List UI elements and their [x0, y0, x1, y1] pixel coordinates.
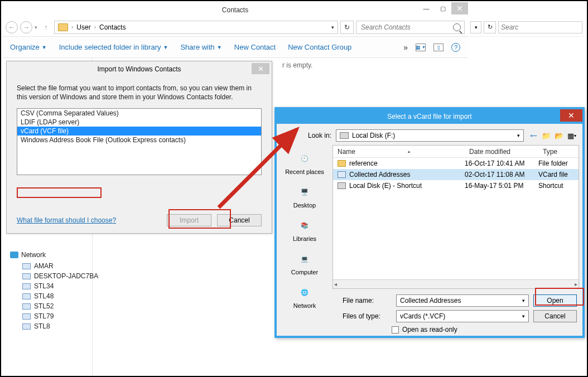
nav-bar: ← → ▾ ↑ › User › Contacts ▾ ↻ [2, 18, 468, 37]
refresh-icon[interactable]: ↻ [484, 21, 496, 33]
filename-label: File name: [343, 297, 392, 304]
toolbar: Organize▼ Include selected folder in lib… [2, 37, 468, 58]
preview-pane-icon[interactable]: ▯ [433, 44, 444, 51]
window-title: Contacts [2, 6, 468, 14]
share-with-menu[interactable]: Share with▼ [180, 43, 221, 51]
open-button[interactable]: Open [533, 294, 577, 307]
dropdown-icon[interactable]: ▾ [470, 21, 481, 33]
computer-icon [22, 283, 31, 289]
filetype-select[interactable]: vCards (*.VCF)▾ [396, 310, 529, 322]
file-row[interactable]: Collected Addresses 02-Oct-17 11:08 AM V… [333, 169, 579, 180]
network-icon [10, 252, 18, 258]
search-box[interactable] [356, 21, 465, 34]
disk-icon [340, 132, 349, 139]
chevron-down-icon: ▾ [517, 133, 520, 138]
chevron-down-icon: ▾ [522, 313, 525, 319]
help-link[interactable]: What file format should I choose? [17, 216, 116, 224]
shortcut-icon [338, 182, 346, 189]
readonly-checkbox[interactable] [392, 326, 399, 334]
column-headers[interactable]: Name▴ Date modified Type [333, 146, 579, 158]
open-dialog-title-bar: Select a vCard file for import ✕ [277, 109, 582, 124]
new-contact-group-button[interactable]: New Contact Group [288, 43, 351, 51]
refresh-button[interactable]: ↻ [340, 21, 354, 34]
title-bar: Contacts — ▢ ✕ [2, 2, 468, 18]
chevron-right-icon: › [71, 24, 73, 30]
search-input-sliver[interactable]: Searc [498, 21, 582, 33]
format-option-csv[interactable]: CSV (Comma Separated Values) [17, 109, 261, 118]
include-in-library-menu[interactable]: Include selected folder in library▼ [59, 43, 168, 51]
close-button[interactable]: ✕ [560, 109, 582, 122]
computer-icon [22, 313, 31, 320]
breadcrumb-contacts[interactable]: Contacts [99, 23, 126, 31]
import-dialog: Import to Windows Contacts ✕ Select the … [6, 61, 272, 234]
filetype-label: Files of type: [343, 312, 392, 320]
open-file-dialog: Select a vCard file for import ✕ Look in… [274, 107, 585, 338]
history-dropdown-icon[interactable]: ▾ [35, 25, 37, 30]
more-options-icon[interactable]: » [403, 43, 408, 52]
place-libraries[interactable]: 📚Libraries [277, 214, 332, 248]
file-list[interactable]: Name▴ Date modified Type reference 16-Oc… [332, 145, 579, 289]
network-computer-item[interactable]: STL52 [10, 301, 98, 311]
network-computer-item[interactable]: STL79 [10, 311, 98, 321]
vcard-icon [338, 171, 346, 178]
file-row[interactable]: Local Disk (E) - Shortcut 16-May-17 5:01… [333, 180, 579, 191]
column-type[interactable]: Type [538, 148, 579, 156]
place-computer[interactable]: 💻Computer [277, 248, 332, 281]
format-option-ldif[interactable]: LDIF (LDAP server) [17, 118, 261, 127]
view-options-icon[interactable]: ▦▼ [416, 44, 426, 51]
network-tree: Network AMAR DESKTOP-JADC7BA STL34 STL48… [10, 251, 98, 331]
network-header[interactable]: Network [10, 251, 98, 259]
computer-icon [22, 273, 31, 279]
network-computer-item[interactable]: AMAR [10, 261, 98, 271]
import-button[interactable]: Import [167, 214, 211, 226]
view-menu-icon[interactable]: ▦▾ [567, 130, 577, 141]
up-folder-icon[interactable]: 📁 [541, 130, 551, 141]
forward-button[interactable]: → [20, 21, 32, 33]
help-icon[interactable]: ? [451, 43, 460, 52]
empty-folder-hint: r is empty. [282, 61, 312, 69]
file-row[interactable]: reference 16-Oct-17 10:41 AM File folder [333, 158, 579, 169]
chevron-down-icon[interactable]: ▾ [331, 25, 334, 30]
network-computer-item[interactable]: STL48 [10, 291, 98, 301]
new-contact-button[interactable]: New Contact [234, 43, 276, 51]
breadcrumb-user[interactable]: User [76, 23, 90, 31]
format-list[interactable]: CSV (Comma Separated Values) LDIF (LDAP … [17, 108, 262, 175]
network-computer-item[interactable]: DESKTOP-JADC7BA [10, 271, 98, 281]
network-computer-item[interactable]: STL34 [10, 281, 98, 291]
column-date[interactable]: Date modified [465, 148, 538, 156]
places-bar: 🕘Recent places 🖥️Desktop 📚Libraries 💻Com… [277, 145, 332, 289]
import-dialog-title: Import to Windows Contacts [97, 65, 181, 73]
readonly-label: Open as read-only [402, 326, 457, 334]
place-network[interactable]: 🌐Network [277, 281, 332, 315]
open-dialog-title: Select a vCard file for import [387, 113, 471, 120]
look-in-label: Look in: [282, 132, 331, 139]
up-button[interactable]: ↑ [40, 21, 52, 33]
minimize-button[interactable]: — [418, 2, 435, 14]
organize-menu[interactable]: Organize▼ [10, 43, 47, 51]
close-button[interactable]: ✕ [252, 63, 269, 74]
search-input[interactable] [360, 23, 450, 32]
maximize-button[interactable]: ▢ [435, 2, 451, 14]
address-bar[interactable]: › User › Contacts ▾ [54, 21, 338, 34]
horizontal-scrollbar[interactable]: ◂▸ [333, 279, 579, 288]
format-option-wab[interactable]: Windows Address Book File (Outlook Expre… [17, 136, 261, 144]
folder-icon [58, 23, 68, 31]
network-computer-item[interactable]: STL8 [10, 321, 98, 331]
back-button[interactable]: ← [6, 21, 18, 33]
column-name[interactable]: Name [338, 148, 355, 156]
chevron-down-icon: ▾ [522, 298, 525, 303]
look-in-select[interactable]: Local Disk (F:) ▾ [336, 129, 524, 142]
close-button[interactable]: ✕ [451, 2, 468, 14]
place-recent[interactable]: 🕘Recent places [277, 147, 332, 181]
format-option-vcard[interactable]: vCard (VCF file) [17, 127, 261, 136]
back-icon[interactable]: 🡐 [528, 130, 538, 141]
new-folder-icon[interactable]: 📂 [554, 130, 564, 141]
cancel-button[interactable]: Cancel [533, 310, 577, 322]
folder-icon [338, 160, 346, 167]
cancel-button[interactable]: Cancel [217, 214, 262, 226]
filename-input[interactable]: Collected Addresses▾ [396, 294, 529, 307]
computer-icon [22, 263, 31, 269]
import-dialog-title-bar: Import to Windows Contacts ✕ [7, 61, 272, 77]
place-desktop[interactable]: 🖥️Desktop [277, 181, 332, 214]
computer-icon [22, 293, 31, 299]
